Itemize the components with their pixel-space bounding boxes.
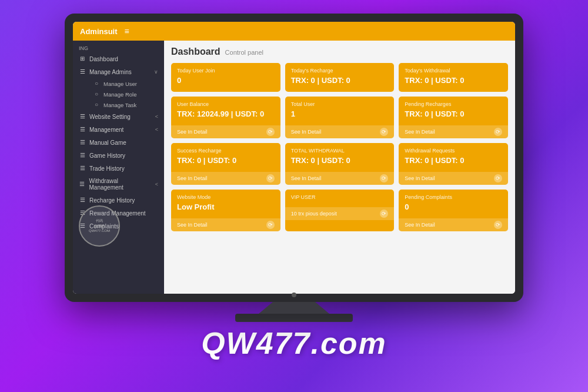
sidebar-item-label: Manage Task: [103, 102, 136, 108]
card-body-success-recharge: Success Recharge TRX: 0 | USDT: 0: [171, 143, 280, 172]
brand-label: Adminsuit: [80, 27, 118, 36]
card-body-pending-recharges: Pending Recharges TRX: 0 | USDT: 0: [399, 97, 508, 125]
card-user-balance: User Balance TRX: 12024.99 | USDT: 0 See…: [171, 97, 280, 138]
card-footer-total-user: See In Detail ⟳: [285, 125, 395, 138]
sidebar-item-dashboard[interactable]: ⊞ Dashboard: [73, 52, 164, 65]
card-label-pending-recharges: Pending Recharges: [405, 101, 502, 107]
dashboard-grid: Today User Join 0 Today's Recharge TRX: …: [171, 63, 508, 231]
sidebar-section-label: ing: [73, 43, 164, 52]
sidebar-item-recharge-history[interactable]: ☰ Recharge History: [73, 194, 164, 207]
card-value-todays-withdrawal: TRX: 0 | USDT: 0: [405, 76, 502, 85]
card-footer-link-pending-complaints[interactable]: See In Detail: [405, 222, 435, 228]
card-footer-withdrawal-requests: See In Detail ⟳: [399, 172, 508, 185]
monitor: Adminsuit ≡ ing ⊞ Dashboard ☰ Manage Adm…: [65, 14, 523, 302]
card-footer-icon-total-withdrawal[interactable]: ⟳: [380, 174, 388, 182]
card-value-today-user-join: 0: [177, 76, 275, 85]
monitor-base: [235, 314, 353, 322]
sidebar-item-game-history[interactable]: ☰ Game History: [73, 149, 164, 162]
card-pending-complaints: Pending Complaints 0 See In Detail ⟳: [399, 190, 508, 231]
card-value-success-recharge: TRX: 0 | USDT: 0: [177, 156, 275, 165]
sidebar-item-management[interactable]: ☰ Management <: [73, 123, 164, 136]
card-pending-recharges: Pending Recharges TRX: 0 | USDT: 0 See I…: [399, 97, 508, 138]
bottom-text: QW477.com: [201, 325, 387, 361]
sidebar-item-manage-task[interactable]: ○ Manage Task: [87, 99, 164, 110]
card-label-total-withdrawal: TOTAL WITHDRAWAL: [291, 148, 389, 154]
card-body-website-mode: Website Mode Low Profit: [171, 190, 280, 218]
dashboard-icon: ⊞: [79, 55, 86, 62]
card-total-withdrawal: TOTAL WITHDRAWAL TRX: 0 | USDT: 0 See In…: [285, 143, 395, 185]
card-footer-icon-pending-recharges[interactable]: ⟳: [494, 128, 502, 136]
card-body-pending-complaints: Pending Complaints 0: [399, 190, 508, 218]
sidebar-item-manage-admins[interactable]: ☰ Manage Admins ∨: [73, 65, 164, 78]
card-website-mode: Website Mode Low Profit See In Detail ⟳: [171, 190, 280, 231]
sidebar-item-label: Manage Admins: [89, 69, 132, 75]
card-footer-pending-recharges: See In Detail ⟳: [399, 125, 508, 138]
sidebar-item-complaints[interactable]: ☰ Complaints: [73, 220, 164, 232]
card-label-pending-complaints: Pending Complaints: [405, 194, 502, 200]
user-icon: ○: [93, 80, 100, 87]
sidebar-item-label: Complaints: [89, 223, 119, 230]
sidebar-item-label: Manual Game: [89, 139, 126, 146]
management-icon: ☰: [79, 126, 86, 133]
card-body-today-user-join: Today User Join 0: [171, 63, 280, 92]
card-footer-link-total-withdrawal[interactable]: See In Detail: [291, 175, 322, 181]
card-footer-link-pending-recharges[interactable]: See In Detail: [405, 129, 435, 135]
sidebar-item-manual-game[interactable]: ☰ Manual Game: [73, 136, 164, 149]
card-footer-link-user-balance[interactable]: See In Detail: [177, 129, 208, 135]
card-vip-user: VIP USER 10 trx pious deposit ⟳: [285, 190, 395, 231]
monitor-screen: Adminsuit ≡ ing ⊞ Dashboard ☰ Manage Adm…: [73, 22, 515, 294]
reward-management-icon: ☰: [79, 210, 86, 217]
card-footer-link-vip-user[interactable]: 10 trx pious deposit: [291, 211, 337, 217]
card-today-user-join: Today User Join 0: [171, 63, 280, 92]
card-footer-link-withdrawal-requests[interactable]: See In Detail: [405, 175, 435, 181]
sidebar-item-reward-management[interactable]: ☰ Reward Management: [73, 207, 164, 220]
chevron-left-icon: <: [155, 181, 158, 187]
card-label-vip-user: VIP USER: [291, 194, 389, 200]
card-footer-icon-success-recharge[interactable]: ⟳: [266, 174, 275, 182]
app-layout: ing ⊞ Dashboard ☰ Manage Admins ∨ ○ Mana…: [73, 41, 515, 294]
card-footer-icon-pending-complaints[interactable]: ⟳: [494, 221, 502, 229]
sidebar-item-label: Manage User: [103, 81, 137, 87]
card-body-user-balance: User Balance TRX: 12024.99 | USDT: 0: [171, 97, 280, 125]
main-content: Dashboard Control panel Today User Join …: [164, 41, 515, 294]
card-body-total-user: Total User 1: [285, 97, 395, 125]
card-footer-link-total-user[interactable]: See In Detail: [291, 129, 322, 135]
chevron-down-icon: ∨: [154, 69, 158, 75]
menu-icon[interactable]: ≡: [125, 26, 129, 36]
manage-admins-icon: ☰: [79, 68, 86, 75]
card-footer-icon-website-mode[interactable]: ⟳: [266, 221, 275, 229]
card-footer-success-recharge: See In Detail ⟳: [171, 172, 280, 185]
page-subtitle: Control panel: [225, 49, 263, 56]
sidebar-item-trade-history[interactable]: ☰ Trade History: [73, 162, 164, 175]
card-footer-link-website-mode[interactable]: See In Detail: [177, 222, 208, 228]
card-value-user-balance: TRX: 12024.99 | USDT: 0: [177, 109, 275, 118]
manual-game-icon: ☰: [79, 139, 86, 146]
recharge-history-icon: ☰: [79, 197, 86, 204]
trade-history-icon: ☰: [79, 165, 86, 172]
card-label-withdrawal-requests: Withdrawal Requests: [405, 148, 502, 154]
game-history-icon: ☰: [79, 152, 86, 159]
monitor-dot: [292, 293, 296, 297]
card-body-total-withdrawal: TOTAL WITHDRAWAL TRX: 0 | USDT: 0: [285, 143, 395, 172]
card-value-website-mode: Low Profit: [177, 202, 275, 211]
card-value-pending-complaints: 0: [405, 202, 502, 211]
topbar: Adminsuit ≡: [73, 22, 515, 41]
page-title: Dashboard: [171, 46, 220, 57]
sidebar-item-manage-role[interactable]: ○ Manage Role: [87, 89, 164, 99]
complaints-icon: ☰: [79, 222, 86, 230]
sidebar-item-manage-user[interactable]: ○ Manage User: [87, 78, 164, 89]
card-footer-icon-withdrawal-requests[interactable]: ⟳: [494, 174, 502, 182]
card-label-total-user: Total User: [291, 101, 389, 107]
card-footer-icon-user-balance[interactable]: ⟳: [266, 128, 275, 136]
sidebar-item-withdrawal-management[interactable]: ☰ Withdrawal Management <: [73, 175, 164, 194]
task-icon: ○: [93, 101, 100, 108]
sidebar-item-website-setting[interactable]: ☰ Website Setting <: [73, 110, 164, 123]
card-footer-icon-vip-user[interactable]: ⟳: [380, 210, 388, 218]
card-footer-icon-total-user[interactable]: ⟳: [380, 128, 388, 136]
card-footer-link-success-recharge[interactable]: See In Detail: [177, 175, 208, 181]
sidebar-item-label: Game History: [89, 152, 125, 159]
card-label-today-user-join: Today User Join: [177, 68, 275, 74]
monitor-stand: [259, 302, 329, 314]
sidebar-item-label: Trade History: [89, 165, 125, 172]
card-body-withdrawal-requests: Withdrawal Requests TRX: 0 | USDT: 0: [399, 143, 508, 172]
